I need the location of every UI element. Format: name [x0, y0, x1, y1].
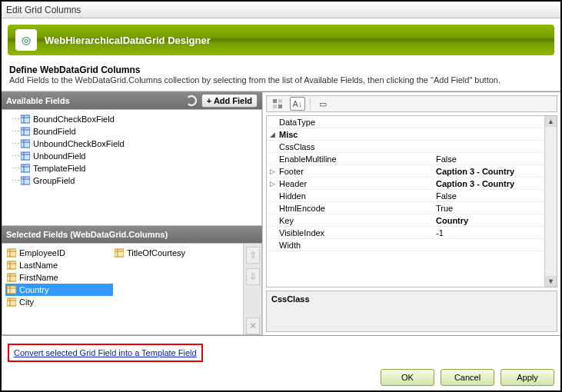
main-area: Available Fields + Add Field ⋯BoundCheck…: [2, 91, 560, 336]
property-value[interactable]: False: [431, 154, 544, 164]
property-row[interactable]: VisibleIndex-1: [267, 227, 544, 239]
property-value[interactable]: -1: [431, 228, 544, 238]
scrollbar[interactable]: ▲ ▼: [544, 116, 557, 287]
property-name: Width: [278, 241, 431, 250]
property-row[interactable]: ◢Misc: [267, 128, 544, 141]
field-type-icon: [21, 115, 30, 124]
property-name: EnableMultiline: [278, 154, 431, 164]
define-block: Define WebDataGrid Columns Add Fields to…: [2, 61, 560, 91]
selected-fields-list[interactable]: EmployeeIDLastNameFirstNameCountryCity T…: [2, 243, 262, 335]
tree-connector: ⋯: [12, 139, 18, 149]
convert-link-highlight: Convert selected Grid Field into a Templ…: [8, 344, 203, 362]
available-field-label: TemplateField: [33, 164, 85, 173]
available-field-label: UnboundField: [33, 151, 86, 161]
property-name: Footer: [278, 167, 431, 176]
selected-fields-header: Selected Fields (WebDataGrid.Columns): [2, 226, 262, 243]
column-icon: [7, 273, 16, 282]
property-row[interactable]: ▷HeaderCaption 3 - Country: [267, 178, 544, 190]
field-type-icon: [21, 176, 30, 185]
expand-icon[interactable]: ◢: [267, 131, 278, 138]
property-row[interactable]: EnableMultilineFalse: [267, 153, 544, 165]
svg-rect-21: [7, 261, 16, 269]
property-row[interactable]: Width: [267, 239, 544, 251]
svg-rect-0: [21, 115, 30, 123]
add-field-label: + Add Field: [207, 96, 252, 105]
selected-field-item[interactable]: LastName: [5, 259, 113, 271]
svg-rect-6: [21, 140, 30, 148]
property-name: DataType: [278, 118, 431, 127]
property-value[interactable]: Country: [431, 216, 544, 225]
available-field-label: BoundField: [33, 127, 76, 136]
scroll-up-button[interactable]: ▲: [545, 116, 557, 127]
remove-button[interactable]: ✕: [246, 317, 260, 334]
tree-connector: ⋯: [12, 151, 18, 161]
selected-field-item[interactable]: FirstName: [5, 271, 113, 284]
window-titlebar: Edit Grid Columns: [2, 2, 560, 18]
scroll-down-button[interactable]: ▼: [545, 276, 557, 287]
expand-icon[interactable]: ▷: [267, 168, 278, 175]
designer-title: WebHierarchicalDataGrid Designer: [45, 35, 211, 46]
available-field-item[interactable]: ⋯BoundCheckBoxField: [4, 113, 260, 125]
alphabetical-view-button[interactable]: A↓: [290, 97, 305, 111]
property-value[interactable]: False: [431, 191, 544, 201]
column-icon: [115, 248, 124, 257]
categorized-view-button[interactable]: [270, 97, 285, 111]
field-type-icon: [21, 139, 30, 148]
available-field-item[interactable]: ⋯UnboundField: [4, 150, 260, 162]
svg-rect-39: [278, 105, 282, 108]
column-icon: [7, 261, 16, 270]
property-row[interactable]: KeyCountry: [267, 214, 544, 227]
selected-field-item[interactable]: EmployeeID: [5, 247, 113, 259]
dialog-footer: OK Cancel Apply: [381, 369, 554, 386]
property-row[interactable]: ▷FooterCaption 3 - Country: [267, 165, 544, 178]
property-value[interactable]: True: [431, 204, 544, 213]
selected-field-item[interactable]: TitleOfCourtesy: [113, 247, 221, 259]
property-value[interactable]: Caption 3 - Country: [431, 167, 544, 176]
property-row[interactable]: HiddenFalse: [267, 190, 544, 202]
available-fields-header: Available Fields + Add Field: [2, 92, 262, 109]
selected-field-label: Country: [19, 285, 49, 294]
available-fields-list[interactable]: ⋯BoundCheckBoxField⋯BoundField⋯UnboundCh…: [2, 109, 262, 226]
property-grid[interactable]: ▲ ▼ DataType◢MiscCssClassEnableMultiline…: [266, 115, 557, 287]
property-row[interactable]: CssClass: [267, 141, 544, 153]
selected-field-label: TitleOfCourtesy: [127, 248, 185, 257]
tree-connector: ⋯: [12, 176, 18, 186]
field-type-icon: [21, 127, 30, 136]
cancel-button[interactable]: Cancel: [441, 369, 494, 386]
property-value[interactable]: Caption 3 - Country: [431, 179, 544, 188]
field-type-icon: [21, 164, 30, 173]
selected-field-item[interactable]: Country: [5, 284, 113, 296]
designer-banner: ◎ WebHierarchicalDataGrid Designer: [8, 25, 554, 55]
move-up-button[interactable]: ⇧: [246, 247, 260, 264]
available-field-item[interactable]: ⋯BoundField: [4, 125, 260, 138]
property-name: HtmlEncode: [278, 204, 431, 213]
move-down-button[interactable]: ⇩: [246, 268, 260, 285]
selected-field-label: LastName: [19, 261, 58, 270]
selected-field-label: EmployeeID: [19, 248, 65, 257]
apply-button[interactable]: Apply: [500, 369, 554, 386]
column-icon: [7, 248, 16, 257]
reorder-controls: ⇧ ⇩ ✕: [243, 244, 261, 334]
convert-to-template-link[interactable]: Convert selected Grid Field into a Templ…: [14, 348, 197, 357]
available-field-item[interactable]: ⋯TemplateField: [4, 162, 260, 174]
designer-logo-icon: ◎: [15, 29, 37, 51]
svg-rect-15: [21, 177, 30, 184]
available-field-item[interactable]: ⋯GroupField: [4, 174, 260, 187]
property-row[interactable]: HtmlEncodeTrue: [267, 202, 544, 214]
available-field-label: GroupField: [33, 176, 75, 185]
selected-field-label: City: [19, 297, 34, 307]
available-field-item[interactable]: ⋯UnboundCheckBoxField: [4, 138, 260, 150]
property-description: CssClass: [266, 291, 557, 332]
property-row[interactable]: DataType: [267, 116, 544, 128]
svg-rect-12: [21, 164, 30, 172]
svg-rect-30: [7, 298, 16, 306]
add-field-button[interactable]: + Add Field: [201, 94, 258, 108]
property-pages-button[interactable]: ▭: [315, 97, 331, 111]
column-icon: [7, 297, 16, 307]
column-icon: [7, 285, 16, 294]
refresh-icon[interactable]: [186, 95, 197, 106]
available-fields-title: Available Fields: [6, 96, 70, 105]
ok-button[interactable]: OK: [381, 369, 434, 386]
expand-icon[interactable]: ▷: [267, 180, 278, 188]
selected-field-item[interactable]: City: [5, 296, 113, 308]
